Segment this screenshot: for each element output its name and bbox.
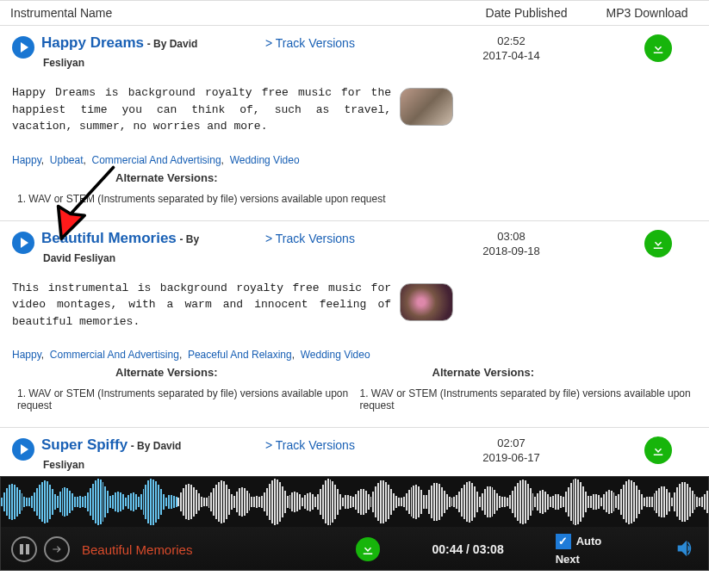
track-description: This instrumental is background royalty … <box>12 280 391 331</box>
tag-link[interactable]: Upbeat <box>50 154 84 166</box>
arrow-right-icon <box>51 543 63 555</box>
alt-versions-item: 1. WAV or STEM (Instruments separated by… <box>12 387 355 412</box>
header-download: MP3 Download <box>595 6 699 20</box>
track-title-link[interactable]: Beautiful Memories <box>41 230 177 246</box>
track-published: 2017-04-14 <box>403 49 619 62</box>
track-thumbnail[interactable] <box>400 283 453 321</box>
player-download-button[interactable] <box>356 537 380 561</box>
author-name: Fesliyan <box>43 459 265 471</box>
track-row: Happy Dreams - By David Fesliyan > Track… <box>0 26 709 221</box>
track-versions-link[interactable]: > Track Versions <box>265 230 403 245</box>
auto-checkbox[interactable]: ✓ <box>556 534 571 549</box>
track-versions-link[interactable]: > Track Versions <box>265 436 403 452</box>
download-button[interactable] <box>644 34 672 62</box>
tag-link[interactable]: Wedding Video <box>301 349 370 361</box>
tag-link[interactable]: Commercial And Advertising <box>50 349 179 361</box>
track-duration: 02:52 <box>403 34 619 47</box>
download-icon <box>650 236 666 251</box>
track-description: Happy Dreams is background royalty free … <box>12 84 391 135</box>
tag-link[interactable]: Happy <box>12 349 41 361</box>
tag-list: Happy, Upbeat, Commercial And Advertisin… <box>12 154 697 166</box>
author-name: Fesliyan <box>43 57 265 69</box>
track-title-link[interactable]: Super Spiffy <box>41 436 127 453</box>
play-button[interactable] <box>12 232 34 254</box>
tag-link[interactable]: Happy <box>12 154 41 166</box>
download-icon <box>650 40 666 56</box>
next-label: Next <box>556 553 580 566</box>
track-title-link[interactable]: Happy Dreams <box>41 34 144 51</box>
player-time: 00:44 / 03:08 <box>432 542 503 556</box>
download-button[interactable] <box>644 230 672 257</box>
alt-versions-title: Alternate Versions: <box>12 366 355 379</box>
auto-label: Auto <box>576 535 602 548</box>
by-text: - By <box>179 233 199 245</box>
track-versions-link[interactable]: > Track Versions <box>265 34 403 50</box>
track-row: Super Spiffy - By David Fesliyan > Track… <box>0 428 709 476</box>
track-row: Beautiful Memories - By David Fesliyan >… <box>0 221 709 429</box>
header-name: Instrumental Name <box>10 6 457 20</box>
download-icon <box>650 443 666 458</box>
pause-button[interactable] <box>11 536 37 562</box>
header-date: Date Published <box>457 6 595 20</box>
track-thumbnail[interactable] <box>400 88 453 126</box>
alt-versions-item: 1. WAV or STEM (Instruments separated by… <box>355 387 698 412</box>
next-track-button[interactable] <box>44 536 70 562</box>
tag-link[interactable]: Commercial And Advertising <box>92 154 221 166</box>
play-button[interactable] <box>12 36 34 59</box>
volume-button[interactable] <box>674 536 698 563</box>
by-text: - By David <box>131 440 182 452</box>
author-name: David Fesliyan <box>43 252 265 264</box>
alt-versions-title: Alternate Versions: <box>355 366 698 379</box>
alt-versions-item: 1. WAV or STEM (Instruments separated by… <box>12 193 697 205</box>
tag-link[interactable]: Peaceful And Relaxing <box>188 349 292 361</box>
by-text: - By David <box>147 38 198 50</box>
track-duration: 02:07 <box>403 436 619 449</box>
speaker-icon <box>674 536 698 560</box>
track-published: 2019-06-17 <box>403 451 619 464</box>
download-button[interactable] <box>644 436 672 464</box>
waveform[interactable] <box>1 477 708 527</box>
track-duration: 03:08 <box>403 230 619 243</box>
now-playing-title[interactable]: Beautiful Memories <box>82 542 192 557</box>
play-button[interactable] <box>12 438 34 461</box>
tag-list: Happy, Commercial And Advertising, Peace… <box>12 349 697 361</box>
audio-player: Beautiful Memories 00:44 / 03:08 ✓ Auto … <box>0 476 709 571</box>
download-icon <box>360 542 376 557</box>
table-header: Instrumental Name Date Published MP3 Dow… <box>0 0 709 26</box>
alt-versions-title: Alternate Versions: <box>12 171 697 184</box>
track-published: 2018-09-18 <box>403 244 619 257</box>
tag-link[interactable]: Wedding Video <box>230 154 300 166</box>
